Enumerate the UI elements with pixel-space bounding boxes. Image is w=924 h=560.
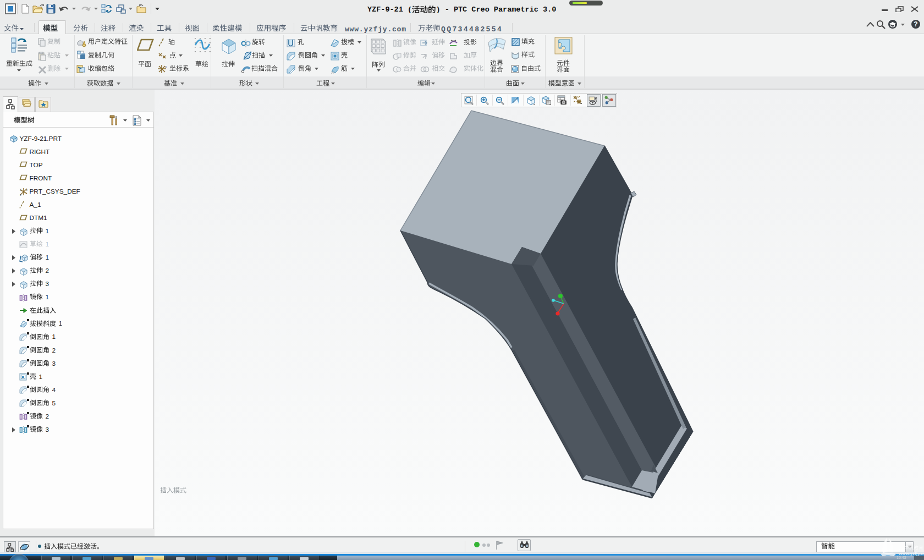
svg-text:y: y — [20, 188, 21, 191]
svg-text:z: z — [20, 193, 21, 196]
svg-text:x: x — [26, 188, 28, 191]
svg-text:x: x — [165, 65, 167, 68]
svg-text:?: ? — [914, 20, 917, 28]
